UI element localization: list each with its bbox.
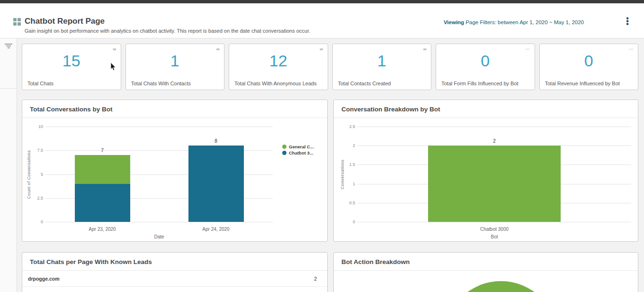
bar-chart-total-conversations: 02.557.510Count of Conversations7Apr 23,… [22, 118, 327, 241]
y-axis-tick: 10 [22, 124, 43, 129]
chart-card-total-conversations: Total Conversations by Bot 02.557.510Cou… [22, 100, 328, 242]
bar-chart-conversation-breakdown: 00.511.522.5Conversations2Chatbot 3000Bo… [334, 118, 638, 241]
filters-text: Page Filters: between Apr 1, 2020 ~ May … [465, 19, 584, 25]
gridline [45, 222, 273, 222]
bar-segment-chatbot-3000[interactable] [428, 146, 561, 222]
bar-segment-chatbot-3-[interactable] [75, 184, 130, 222]
kpi-card-contacts-created[interactable]: ∞ 1 Total Contacts Created [332, 44, 432, 90]
chart-title: Total Conversations by Bot [22, 100, 327, 118]
card-title: Bot Action Breakdown [334, 253, 638, 271]
kebab-menu-icon[interactable]: ••• [624, 17, 631, 25]
y-axis-tick: 0 [334, 219, 355, 224]
kpi-card-chats-with-contacts[interactable]: ∞ 1 Total Chats With Contacts [125, 44, 225, 90]
y-axis-title: Count of Conversations [27, 150, 31, 199]
card-chats-per-page: Total Chats per Page With Known Leads dr… [22, 252, 328, 292]
gridline [358, 222, 631, 222]
x-axis-tick: Apr 24, 2020 [202, 227, 229, 232]
kpi-value: 12 [229, 52, 328, 70]
legend-item[interactable]: Chatbot 3... [282, 150, 313, 155]
page-subtitle: Gain insight on bot performance with ana… [25, 28, 310, 34]
card-menu-icon[interactable]: ∞ [423, 46, 427, 52]
kpi-label: Total Chats [27, 81, 54, 86]
kpi-label: Total Contacts Created [338, 81, 391, 86]
y-axis-tick: 0.5 [334, 201, 355, 205]
legend-swatch [282, 151, 286, 155]
kpi-label: Total Chats With Contacts [131, 81, 191, 86]
bar-segment-chatbot-3-[interactable] [188, 146, 244, 222]
dashboard-grid-icon [13, 18, 21, 26]
legend-item[interactable]: General C... [282, 144, 314, 149]
kpi-value: 0 [436, 52, 535, 70]
y-axis-tick: 7.5 [22, 148, 43, 153]
kpi-value: 1 [126, 52, 224, 70]
count-cell: 2 [314, 276, 317, 282]
kpi-card-form-fills[interactable]: ⋯ 0 Total Form Fills Influenced by Bot [436, 44, 535, 90]
rail-divider [0, 88, 17, 89]
card-menu-icon[interactable]: ⋯ [526, 46, 530, 52]
card-menu-icon[interactable]: ∞ [216, 46, 220, 52]
chatbot-report-page: Chatbot Report Page Gain insight on bot … [0, 0, 644, 292]
kpi-card-chats-anonymous-leads[interactable]: ∞ 12 Total Chats With Anonymous Leads [229, 44, 328, 90]
bar-value-label: 7 [101, 148, 104, 153]
kpi-row: ∞ 15 Total Chats ∞ 1 Total Chats With Co… [22, 44, 638, 90]
y-axis-tick: 5 [22, 172, 43, 177]
legend-label: General C... [289, 144, 314, 149]
legend-swatch [282, 145, 286, 149]
kpi-label: Total Form Fills Influenced by Bot [441, 81, 519, 86]
filter-icon[interactable] [5, 44, 12, 49]
page-filters-summary[interactable]: Viewing Page Filters: between Apr 1, 202… [444, 19, 584, 25]
bar-value-label: 2 [493, 138, 496, 144]
kpi-card-total-chats[interactable]: ∞ 15 Total Chats [22, 44, 121, 90]
gridline [45, 127, 273, 127]
kpi-label: Total Chats With Anonymous Leads [234, 81, 317, 86]
page-title: Chatbot Report Page [25, 17, 105, 26]
card-bot-action-breakdown: Bot Action Breakdown [333, 252, 638, 292]
viewing-label: Viewing [444, 19, 464, 25]
browser-top-bar [0, 0, 644, 3]
kpi-value: 1 [333, 52, 431, 70]
x-axis-tick: Chatbot 3000 [480, 227, 509, 232]
kpi-value: 15 [22, 52, 121, 70]
left-rail [0, 38, 17, 292]
gridline [358, 127, 631, 127]
card-menu-icon[interactable]: ∞ [320, 46, 323, 52]
page-name-cell: drpogge.com [28, 276, 60, 282]
x-axis-title: Date [154, 234, 164, 239]
card-menu-icon[interactable]: ⋯ [629, 46, 634, 52]
kpi-value: 0 [540, 52, 638, 70]
x-axis-tick: Apr 23, 2020 [89, 227, 116, 232]
card-title: Total Chats per Page With Known Leads [22, 253, 327, 271]
x-axis-title: Bot [491, 234, 498, 239]
table-row[interactable]: drpogge.com 2 [22, 271, 327, 287]
kpi-card-revenue[interactable]: ⋯ 0 Total Revenue Influenced by Bot [539, 44, 639, 90]
bar-value-label: 8 [215, 138, 217, 144]
chart-card-conversation-breakdown: Conversation Breakdown by Bot 00.511.522… [333, 100, 638, 242]
pie-chart-bot-actions[interactable] [444, 281, 558, 292]
y-axis-tick: 0 [22, 219, 43, 224]
bar-segment-general-c-[interactable] [75, 155, 130, 183]
kpi-label: Total Revenue Influenced by Bot [545, 81, 620, 86]
y-axis-tick: 2 [334, 143, 355, 148]
chart-title: Conversation Breakdown by Bot [334, 100, 638, 118]
card-menu-icon[interactable]: ∞ [113, 46, 116, 52]
y-axis-tick: 2.5 [334, 124, 355, 129]
y-axis-title: Conversations [340, 159, 345, 189]
y-axis-tick: 2.5 [22, 196, 43, 201]
legend-label: Chatbot 3... [289, 150, 313, 155]
report-header: Chatbot Report Page Gain insight on bot … [0, 3, 644, 38]
